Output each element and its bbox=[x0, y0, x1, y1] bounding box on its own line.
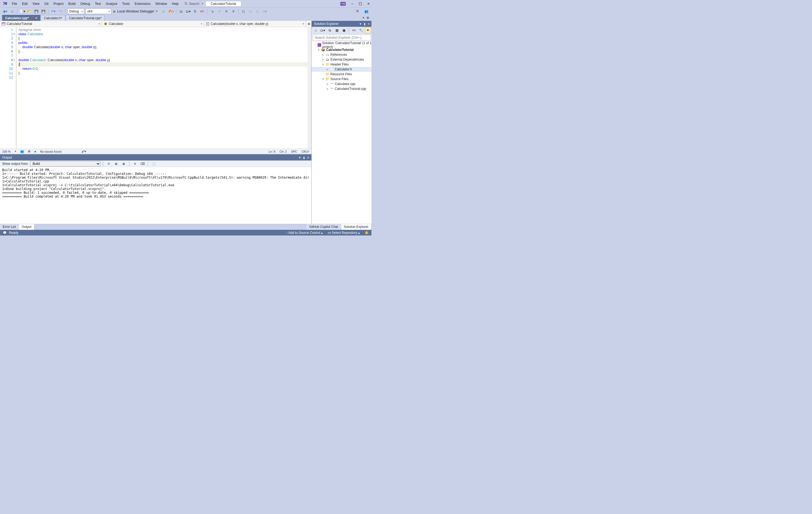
pin-icon[interactable]: 📌 bbox=[30, 17, 34, 20]
solex-close-icon[interactable]: ✕ bbox=[368, 23, 370, 25]
bookmark-icon[interactable]: ◻ bbox=[240, 8, 246, 14]
solex-pin-icon[interactable]: ▮ bbox=[364, 23, 366, 25]
indent-mode[interactable]: SPC bbox=[291, 150, 297, 153]
out-tb-clock-icon[interactable]: 🕓 bbox=[150, 161, 156, 167]
add-source-control[interactable]: ↑ Add to Source Control ▴ bbox=[286, 231, 323, 235]
editor-scrollbar[interactable] bbox=[308, 27, 311, 149]
zoom-level[interactable]: 100 % bbox=[2, 150, 10, 153]
output-pin-icon[interactable]: ▮ bbox=[303, 156, 305, 159]
tabs-overflow-icon[interactable]: ▼ bbox=[362, 17, 365, 19]
solex-search-input[interactable] bbox=[313, 35, 371, 40]
outdent-icon[interactable]: ≡ bbox=[230, 8, 236, 14]
output-close-icon[interactable]: ✕ bbox=[307, 156, 309, 159]
bell-icon[interactable]: 🔔 bbox=[365, 231, 369, 235]
maximize-icon[interactable] bbox=[359, 2, 362, 5]
bookmark-3-icon[interactable]: ◻ bbox=[255, 8, 260, 14]
nav-scope-select[interactable]: CalculatorTutorial bbox=[0, 21, 102, 27]
nav-class-select[interactable]: Calculator bbox=[102, 21, 204, 27]
code-line[interactable]: } bbox=[19, 71, 308, 75]
tb-misc-1-icon[interactable]: 🗂 bbox=[178, 8, 184, 14]
out-tb-2-icon[interactable]: ≣ bbox=[113, 161, 119, 167]
code-editor[interactable]: 123456789101112 #pragma once▾class Calcu… bbox=[0, 27, 311, 149]
solex-preview-icon[interactable]: 👁 bbox=[365, 27, 371, 33]
undo-icon[interactable]: ↶▾ bbox=[50, 8, 56, 14]
nav-back-icon[interactable]: ◉▾ bbox=[2, 8, 8, 14]
menu-edit[interactable]: Edit bbox=[20, 1, 30, 7]
tb-misc-3-icon[interactable]: ⎘ bbox=[192, 8, 198, 14]
account-badge-icon[interactable]: TW bbox=[340, 2, 346, 6]
code-line[interactable] bbox=[19, 54, 308, 58]
code-line[interactable]: }; bbox=[19, 49, 308, 54]
share-icon[interactable]: ⇱ bbox=[355, 8, 361, 14]
doc-tab[interactable]: Calculator.h* bbox=[41, 15, 65, 21]
menu-build[interactable]: Build bbox=[66, 1, 78, 7]
split-editor-icon[interactable]: ⊞ bbox=[306, 21, 311, 27]
solex-dropdown-icon[interactable]: ▼ bbox=[359, 23, 362, 25]
solex-collapse-icon[interactable]: ▣ bbox=[341, 27, 347, 33]
tree-twisty-icon[interactable]: ▸ bbox=[321, 58, 325, 61]
output-body[interactable]: Build started at 4:20 PM... 1>------ Bui… bbox=[0, 167, 311, 224]
code-line[interactable] bbox=[19, 75, 308, 80]
code-line[interactable]: #pragma once bbox=[19, 28, 308, 32]
live-share-icon[interactable]: 👥 bbox=[364, 8, 369, 14]
menu-tools[interactable]: Tools bbox=[120, 1, 132, 7]
tree-node[interactable]: ▸⁺⁺Calculator.cpp bbox=[312, 82, 372, 86]
nav-fwd-icon[interactable]: ◉ bbox=[9, 8, 15, 14]
tree-node[interactable]: 📁Resource Files bbox=[312, 72, 372, 77]
bookmark-2-icon[interactable]: ◻ bbox=[248, 8, 254, 14]
tree-twisty-icon[interactable]: ▸ bbox=[326, 83, 329, 85]
menu-view[interactable]: View bbox=[30, 1, 42, 7]
tree-twisty-icon[interactable]: ▸ bbox=[321, 53, 325, 56]
tree-twisty-icon[interactable]: ▸ bbox=[326, 68, 329, 71]
output-dropdown-icon[interactable]: ▼ bbox=[298, 156, 301, 159]
solex-tree[interactable]: 🟪Solution 'CalculatorTutorial' (1 of 1 p… bbox=[312, 41, 372, 224]
code-line[interactable]: ▾class Calculator bbox=[19, 32, 308, 36]
title-search[interactable]: Search▼ bbox=[184, 2, 203, 6]
caret-line[interactable]: Ln: 9 bbox=[269, 150, 275, 153]
close-icon[interactable]: ✕ bbox=[367, 2, 370, 6]
tree-twisty-icon[interactable]: ▾ bbox=[317, 49, 320, 51]
solution-name[interactable]: CalculatorTutorial bbox=[205, 1, 241, 6]
tree-node[interactable]: ▾📁Source Files bbox=[312, 77, 372, 82]
tree-node[interactable]: ▸🗂External Dependencies bbox=[312, 57, 372, 62]
tabs-settings-icon[interactable]: ⚙ bbox=[366, 16, 369, 20]
doc-tab[interactable]: CalculatorTutorial.cpp* bbox=[66, 15, 105, 21]
redo-icon[interactable]: ↷▾ bbox=[57, 8, 63, 14]
menu-git[interactable]: Git bbox=[42, 1, 51, 7]
solex-showall-icon[interactable]: ▦ bbox=[334, 27, 340, 33]
tb-misc-2-icon[interactable]: 🗂▾ bbox=[185, 8, 191, 14]
menu-analyze[interactable]: Analyze bbox=[104, 1, 120, 7]
bottom-tab[interactable]: Output bbox=[19, 224, 34, 230]
bottom-tab[interactable]: GitHub Copilot Chat bbox=[307, 224, 341, 230]
code-body[interactable]: #pragma once▾class Calculator{public: do… bbox=[17, 27, 308, 149]
tree-twisty-icon[interactable]: ▾ bbox=[321, 63, 325, 66]
new-item-icon[interactable]: 📑▾ bbox=[19, 8, 25, 14]
bottom-tab[interactable]: Error List bbox=[0, 224, 19, 230]
menu-debug[interactable]: Debug bbox=[78, 1, 92, 7]
solex-home-icon[interactable]: ⌂ bbox=[313, 27, 319, 33]
out-tb-1-icon[interactable]: ≡ bbox=[106, 161, 112, 167]
menu-project[interactable]: Project bbox=[51, 1, 65, 7]
minimize-icon[interactable]: ─ bbox=[351, 2, 354, 6]
solex-code-icon[interactable]: <> bbox=[351, 27, 357, 33]
doc-tab[interactable]: Calculator.cpp*📌✕ bbox=[2, 15, 40, 21]
step-2-icon[interactable]: ↗ bbox=[216, 8, 222, 14]
save-all-icon[interactable]: 💾 bbox=[40, 8, 46, 14]
output-from-select[interactable]: Build bbox=[30, 161, 100, 167]
code-line[interactable]: ▾double Calculator::Calculate(double x, … bbox=[19, 58, 308, 62]
tree-node[interactable]: ▸⁺⁺CalculatorTutorial.cpp bbox=[312, 86, 372, 91]
issues-label[interactable]: No issues found bbox=[40, 150, 61, 153]
code-line[interactable]: public: bbox=[19, 40, 308, 45]
solex-prop-icon[interactable]: 🔧 bbox=[358, 27, 364, 33]
menu-file[interactable]: File bbox=[10, 1, 19, 7]
code-line[interactable]: { bbox=[19, 36, 308, 40]
eol-mode[interactable]: CRLF bbox=[301, 150, 310, 153]
start-debug-button[interactable]: ▶ Local Windows Debugger ▼ bbox=[112, 8, 160, 14]
tree-node[interactable]: 🟪Solution 'CalculatorTutorial' (1 of 1 p… bbox=[312, 42, 372, 48]
menu-test[interactable]: Test bbox=[93, 1, 103, 7]
intellisense-icon[interactable]: ✿ bbox=[28, 150, 30, 153]
out-tb-3-icon[interactable]: ≣ bbox=[121, 161, 127, 167]
out-tb-4-icon[interactable]: ≡ bbox=[132, 161, 138, 167]
brush-icon[interactable]: 🖌▾ bbox=[82, 150, 86, 153]
tree-twisty-icon[interactable]: ▾ bbox=[321, 78, 325, 81]
